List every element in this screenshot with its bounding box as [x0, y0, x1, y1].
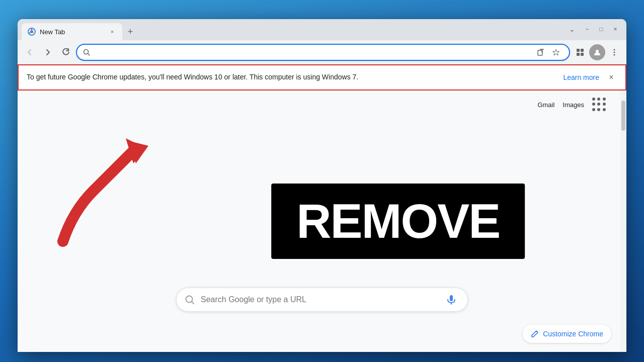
apps-dot-9 — [603, 108, 606, 111]
learn-more-link[interactable]: Learn more — [563, 73, 599, 81]
mic-icon — [446, 294, 457, 305]
refresh-button[interactable] — [58, 44, 74, 60]
images-link[interactable]: Images — [562, 101, 584, 109]
profile-icon — [593, 48, 601, 56]
tab-favicon — [28, 28, 36, 36]
forward-icon — [44, 48, 52, 56]
page-content: Gmail Images — [18, 90, 626, 352]
apps-button[interactable] — [592, 98, 606, 112]
menu-icon — [610, 48, 618, 56]
apps-dot-4 — [592, 103, 595, 106]
url-input[interactable] — [94, 48, 530, 56]
star-icon — [552, 49, 559, 56]
info-banner: To get future Google Chrome updates, you… — [18, 64, 626, 90]
toolbar-right-controls — [572, 44, 622, 60]
svg-rect-8 — [581, 49, 584, 52]
svg-line-17 — [192, 302, 194, 304]
customize-chrome-button[interactable]: Customize Chrome — [523, 325, 611, 343]
scrollbar-track — [620, 90, 626, 352]
page-top-right: Gmail Images — [537, 98, 606, 112]
close-button[interactable]: × — [608, 24, 622, 35]
svg-marker-15 — [126, 138, 146, 163]
active-tab[interactable]: New Tab × — [22, 23, 122, 40]
banner-close-button[interactable]: × — [605, 71, 617, 83]
share-button[interactable] — [534, 45, 548, 59]
bookmark-button[interactable] — [549, 45, 563, 59]
address-bar[interactable] — [76, 44, 570, 61]
scrollbar-thumb[interactable] — [621, 101, 625, 131]
apps-dot-2 — [597, 98, 600, 101]
search-box[interactable] — [176, 288, 468, 312]
title-bar: New Tab × + ⌄ − □ × — [18, 19, 626, 40]
svg-point-13 — [614, 52, 615, 53]
title-bar-controls: ⌄ − □ × — [562, 21, 622, 37]
svg-marker-6 — [553, 49, 559, 55]
address-bar-icons — [534, 45, 563, 59]
svg-rect-9 — [577, 53, 580, 56]
apps-dot-7 — [592, 108, 595, 111]
svg-rect-7 — [577, 49, 580, 52]
banner-message: To get future Google Chrome updates, you… — [27, 72, 557, 82]
apps-dot-5 — [597, 103, 600, 106]
svg-point-12 — [614, 49, 615, 51]
svg-rect-18 — [450, 295, 453, 301]
search-icon — [83, 49, 90, 56]
remove-banner: REMOVE — [271, 184, 525, 259]
refresh-icon — [62, 48, 70, 56]
gmail-link[interactable]: Gmail — [537, 101, 554, 109]
tab-label: New Tab — [40, 28, 104, 36]
mic-button[interactable] — [443, 292, 459, 308]
apps-dot-3 — [603, 98, 606, 101]
share-icon — [537, 49, 544, 56]
tab-close-button[interactable]: × — [108, 28, 116, 36]
new-tab-button[interactable]: + — [123, 25, 137, 39]
apps-dot-1 — [592, 98, 595, 101]
back-icon — [26, 48, 34, 56]
search-box-icon — [185, 295, 195, 305]
profile-button[interactable] — [589, 44, 605, 60]
extensions-icon — [576, 48, 585, 57]
apps-dot-6 — [603, 103, 606, 106]
apps-dot-8 — [597, 108, 600, 111]
extensions-button[interactable] — [572, 44, 588, 60]
search-container — [176, 288, 468, 312]
svg-rect-10 — [581, 53, 584, 56]
menu-button[interactable] — [606, 44, 622, 60]
minimize-button[interactable]: − — [580, 24, 594, 35]
search-input[interactable] — [201, 295, 437, 304]
svg-line-3 — [88, 54, 90, 56]
red-arrow-overlay — [28, 116, 189, 256]
pencil-icon — [531, 330, 539, 338]
svg-point-14 — [614, 54, 615, 56]
chrome-window: New Tab × + ⌄ − □ × — [18, 19, 626, 352]
customize-chrome-label: Customize Chrome — [543, 330, 603, 338]
maximize-button[interactable]: □ — [594, 24, 608, 35]
back-button[interactable] — [22, 44, 38, 60]
tab-list-button[interactable]: ⌄ — [564, 21, 580, 37]
svg-point-1 — [30, 30, 33, 33]
toolbar — [18, 40, 626, 64]
forward-button[interactable] — [40, 44, 56, 60]
